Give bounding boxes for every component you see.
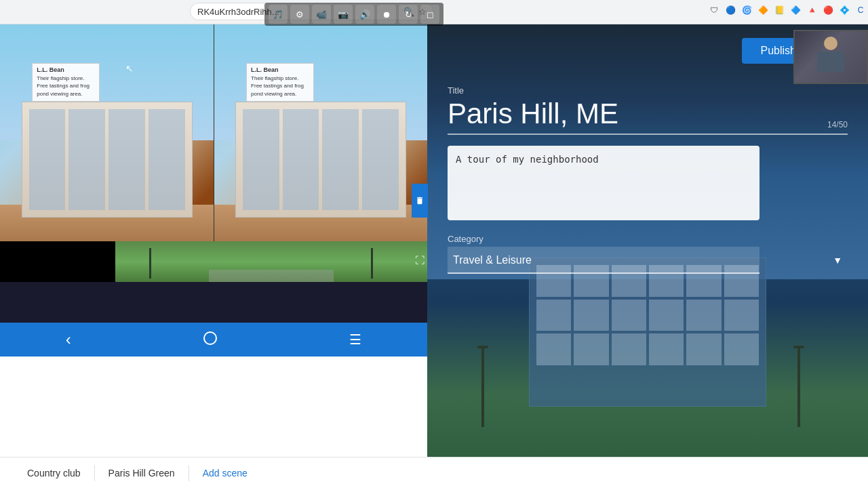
title-display[interactable]: Paris Hill, ME [448, 98, 848, 135]
ext-icon-4[interactable]: 🔶 [755, 3, 770, 18]
vr-back-button[interactable]: ‹ [60, 325, 77, 354]
tour-editor: Publish 💬 Title Paris Hill, ME 14/50 [427, 24, 868, 488]
vr-record-btn[interactable]: ⏺ [377, 5, 396, 24]
ext-icon-chrome[interactable]: C [853, 3, 868, 18]
person-silhouette [814, 37, 848, 77]
vr-refresh-btn[interactable]: ↻ [399, 5, 418, 24]
vr-settings-btn[interactable]: ⚙ [290, 5, 309, 24]
vr-bottom-strip [0, 241, 427, 282]
ext-icon-6[interactable]: 🔷 [788, 3, 803, 18]
category-label: Category [448, 234, 848, 244]
vr-nav-bar: ‹ ☰ [0, 323, 427, 357]
title-label: Title [448, 85, 848, 96]
browser-chrome: 🎵 ⚙ 📹 📷 🔊 ⏺ ↻ ◻ RK4uKrrh3odrRihh... 🔍 ☆ … [0, 0, 868, 24]
category-select[interactable]: Travel & Leisure Education Real Estate E… [448, 247, 760, 274]
title-input-area: Paris Hill, ME 14/50 [448, 98, 848, 135]
webcam-feed [795, 31, 867, 83]
char-count: 14/50 [827, 120, 848, 129]
scene-item-1[interactable]: Country club [14, 458, 94, 488]
category-wrapper: Travel & Leisure Education Real Estate E… [448, 247, 848, 274]
add-scene-button[interactable]: Add scene [189, 458, 261, 488]
vr-info-card-right: L.L. Bean Their flagship store. Free tas… [246, 63, 314, 102]
description-container [448, 146, 848, 223]
browser-controls[interactable]: 🎵 ⚙ 📹 📷 🔊 ⏺ ↻ ◻ [264, 3, 443, 26]
vr-screen: L.L. Bean Their flagship store. Free tas… [0, 24, 427, 357]
vr-fullscreen-btn[interactable]: ◻ [420, 5, 439, 24]
tour-overlay: Publish 💬 Title Paris Hill, ME 14/50 [427, 24, 868, 488]
vr-menu-button[interactable]: ☰ [344, 326, 367, 353]
vr-thumbnail [115, 241, 427, 282]
delete-button[interactable] [412, 184, 428, 218]
description-textarea[interactable] [448, 146, 760, 220]
vr-info-card-left: L.L. Bean Their flagship store. Free tas… [32, 63, 100, 102]
main-content: L.L. Bean Their flagship store. Free tas… [0, 24, 868, 488]
svg-point-0 [204, 332, 216, 344]
browser-extensions: 🛡 🔵 🌀 🔶 📒 🔷 🔺 🔴 💠 C [707, 3, 868, 18]
person-head [824, 37, 837, 50]
vr-volume-btn[interactable]: 🔊 [355, 5, 374, 24]
scene-bar: Country club Paris Hill Green Add scene [0, 457, 868, 488]
ext-icon-9[interactable]: 💠 [837, 3, 852, 18]
webcam-pip [793, 30, 868, 84]
fullscreen-icon[interactable]: ⛶ [415, 255, 425, 266]
vr-photo-btn[interactable]: 📷 [334, 5, 353, 24]
ext-icon-5[interactable]: 📒 [772, 3, 787, 18]
title-section: Title Paris Hill, ME 14/50 [448, 85, 848, 135]
tour-header: Publish 💬 [448, 38, 848, 65]
vr-panel: L.L. Bean Their flagship store. Free tas… [0, 24, 427, 357]
ext-icon-2[interactable]: 🔵 [723, 3, 738, 18]
person-body [817, 52, 844, 72]
vr-home-button[interactable] [197, 325, 224, 355]
ext-icon-1[interactable]: 🛡 [707, 3, 722, 18]
ext-icon-3[interactable]: 🌀 [739, 3, 754, 18]
ext-icon-8[interactable]: 🔴 [821, 3, 835, 18]
ext-icon-7[interactable]: 🔺 [804, 3, 819, 18]
category-dropdown-icon: ▼ [833, 255, 842, 266]
scene-item-2[interactable]: Paris Hill Green [95, 458, 189, 488]
vr-audio-btn[interactable]: 🎵 [269, 5, 288, 24]
vr-video-btn[interactable]: 📹 [312, 5, 331, 24]
category-section: Category Travel & Leisure Education Real… [448, 234, 848, 274]
